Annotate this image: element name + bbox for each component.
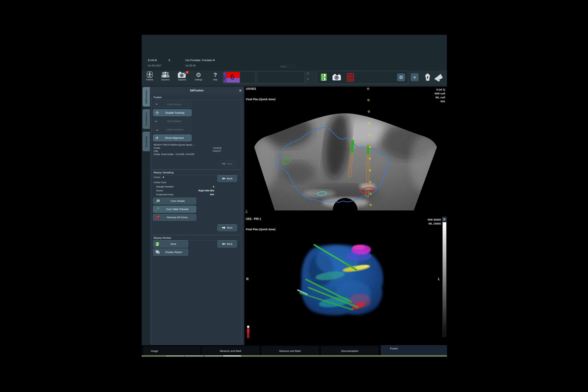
needle-icon (155, 207, 159, 211)
close-icon[interactable]: × (239, 88, 242, 93)
sector-row: Sector:Right Mid Mid (156, 189, 214, 192)
settings-button[interactable]: ⚙ Settings (192, 72, 205, 81)
expand-toolbar-button[interactable]: » (411, 73, 418, 81)
help-button[interactable]: ? Help (209, 72, 222, 81)
status-segment-active (223, 356, 241, 356)
fusion-header: Fusion (154, 96, 162, 99)
bkfusion-panel: bkFusion × Fusion ⚑ Lock Fusion Disable … (150, 86, 244, 345)
biopsy-grid-icon[interactable] (347, 73, 354, 82)
reset-alignment-button[interactable]: ↺ Reset Alignment (153, 134, 192, 141)
sample-number-row: Sample Number:4 (156, 185, 214, 188)
clear-icon[interactable]: × (307, 78, 308, 81)
fusion-group: Fusion ⚑ Lock Fusion Disable Tracking ▶ … (151, 94, 242, 170)
biopsy-sampling-header: Biopsy Sampling (154, 171, 174, 174)
save-clip-icon[interactable] (320, 74, 327, 81)
ultrasound-fan-image (244, 86, 447, 215)
contour-blob-icon: ☁ (155, 128, 158, 132)
patients-icon (146, 72, 154, 78)
orientation-right-label: R (246, 277, 248, 281)
sampling-back-button[interactable]: Back (218, 175, 237, 182)
probe-label: Probe: (154, 146, 161, 150)
active-core-label: Active Core: (154, 181, 167, 184)
tab-measure-and-mark-1[interactable]: Measure and Mark (202, 346, 259, 355)
sessions-icon (161, 72, 170, 78)
side-tab-display[interactable]: Display (142, 132, 150, 151)
battery-icon (288, 65, 294, 68)
guide-line: Guide: Dual Guide - UA1328, UA1329 (154, 153, 240, 156)
captures-button[interactable]: Captures 1 (176, 72, 188, 81)
core-details-button[interactable]: Core Details (153, 198, 196, 204)
window-level-value: WL 15000 (428, 222, 441, 226)
capture-thumbnail-strip[interactable]: 5 6 (223, 71, 255, 84)
red-x-icon (155, 216, 159, 219)
gear-icon: ⚙ (399, 75, 403, 80)
thumbnail-5[interactable]: 5 (224, 72, 226, 83)
chevrons-right-icon: » (414, 75, 416, 80)
patient-status-flag: S (168, 58, 170, 62)
grayscale-settings-button[interactable]: ⚙ (442, 217, 447, 222)
top-view-name: USVID1 (246, 87, 256, 90)
bottom-view-plan: Final Plan (Quick Save) (246, 228, 276, 231)
lock-fusion-button[interactable]: ⚑ Lock Fusion (153, 101, 192, 108)
bottom-view-info: WW 30000 WL 15000 (428, 218, 441, 226)
patients-button[interactable]: Patients (144, 72, 156, 81)
undo-arrow-icon: ↺ (155, 136, 158, 140)
capture-settings-button[interactable]: ⚙ (397, 74, 405, 81)
panel-title-bar: bkFusion × (150, 87, 244, 94)
status-strip (142, 355, 447, 356)
window-width-value: WW 30000 (428, 218, 441, 222)
save-button[interactable]: Save (153, 240, 188, 248)
review-back-button[interactable]: Back (218, 240, 237, 248)
side-tab-bkfusion[interactable]: bkFusion (142, 87, 150, 106)
start-sweep-button[interactable]: ▶ Start Sweep (153, 118, 192, 124)
capture-tools-group: ⚙ (317, 71, 408, 84)
panel-title: bkFusion (190, 89, 204, 92)
bottom-view-name: US2 - PRI 1 (246, 218, 261, 220)
tab-image[interactable]: Image (144, 346, 200, 355)
ultrasound-view-us2[interactable]: US2 - PRI 1 Final Plan (Quick Save) WW 3… (244, 217, 447, 345)
status-segment (205, 356, 222, 356)
image-area: USVID1 Final Plan (Quick Save) 0 (of 1)W… (244, 86, 447, 345)
view-index-marker: 1 (245, 209, 248, 213)
display-report-button[interactable]: Display Report (153, 248, 188, 256)
exam-description: Uro Prostate: Prostate M (185, 58, 215, 62)
suspected-area-row: Suspected Area:N/A (156, 193, 214, 196)
floppy-icon (155, 242, 159, 246)
grayscale-bar[interactable] (442, 222, 446, 337)
orientation-left-label: L (438, 277, 440, 281)
fusion-next-button[interactable]: Next (218, 160, 237, 167)
disable-tracking-button[interactable]: Disable Tracking (153, 110, 192, 116)
tab-fusion[interactable]: Fusion (381, 345, 447, 355)
screen: E14C4t S Uro Prostate: Prostate M 01-03-… (0, 0, 588, 392)
view-divider (244, 215, 447, 217)
status-dots-icon (281, 66, 286, 67)
attachment-icon[interactable]: 0 (307, 72, 308, 75)
top-view-plan: Final Plan (Quick Save) (246, 98, 276, 101)
sampling-next-button[interactable]: Next (218, 224, 237, 231)
core-details-icon (155, 199, 160, 203)
arrow-right-icon (222, 226, 226, 229)
announcement-icon[interactable] (434, 72, 444, 82)
sessions-button[interactable]: Sessions (159, 72, 172, 81)
captures-icon (178, 72, 186, 78)
status-segment (185, 356, 203, 356)
biopsy-sampling-group: Biopsy Sampling Cores: : 4 Back Active C… (151, 170, 242, 235)
load-contours-button[interactable]: ☁ Load Contours (153, 126, 192, 133)
secondary-thumbnail-strip[interactable] (257, 71, 305, 84)
thumbnail-6[interactable]: 6 (226, 72, 240, 83)
tab-documentation[interactable]: Documentation (322, 346, 378, 355)
captures-badge: 1 (186, 71, 189, 74)
glove-icon[interactable] (424, 73, 431, 82)
clip-value: UA2377 (212, 150, 221, 153)
side-tab-contours[interactable]: Contours (142, 109, 150, 129)
biopsy-review-group: Biopsy Review Save Back (151, 235, 242, 344)
snapshot-camera-icon[interactable] (332, 74, 341, 81)
remove-all-cores-button[interactable]: Remove All Cores (153, 214, 196, 221)
biopsy-review-header: Biopsy Review (154, 236, 171, 239)
ultrasound-view-usvid1[interactable]: USVID1 Final Plan (Quick Save) 0 (of 1)W… (244, 86, 447, 215)
tab-measure-and-mark-2[interactable]: Measure and Mark (262, 346, 318, 355)
core-table-preview-button[interactable]: Core Table Preview (153, 206, 196, 212)
status-segment (166, 356, 184, 356)
bottom-tab-bar: Image Measure and Mark Measure and Mark … (142, 345, 447, 355)
question-icon: ? (214, 72, 217, 78)
